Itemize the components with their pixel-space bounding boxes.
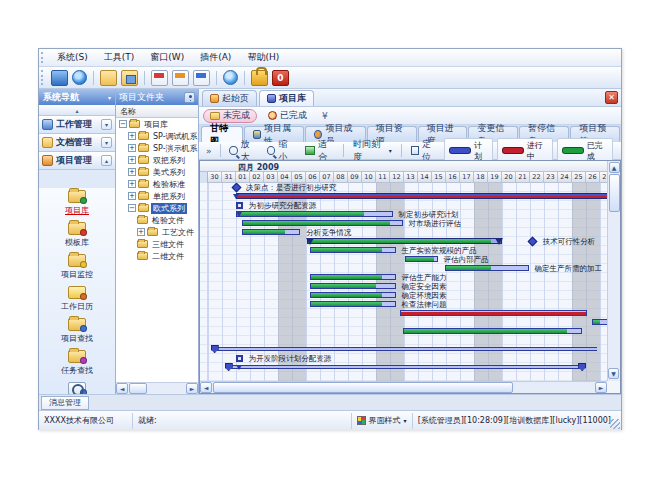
sidebar-group-项目管理[interactable]: 项目管理▴ — [39, 152, 115, 170]
report-blue-icon[interactable] — [193, 70, 210, 86]
scrollbar-thumb[interactable] — [129, 383, 147, 394]
menu-item-s[interactable]: 系统(S) — [49, 49, 96, 66]
lock-icon[interactable] — [251, 70, 268, 86]
monitor-icon[interactable] — [51, 70, 68, 86]
sidebar-group-工作管理[interactable]: 工作管理▾ — [39, 116, 115, 134]
gantt-toolbar-时间刻度-button[interactable]: 时间刻度▾ — [349, 143, 396, 158]
gantt-bar-确定环境因素[interactable] — [310, 292, 395, 298]
scrollbar-thumb[interactable] — [213, 382, 513, 393]
close-tab-button[interactable]: ✕ — [605, 91, 618, 104]
expand-icon[interactable]: + — [128, 180, 136, 188]
sidebar-collapse-strip[interactable]: ▴ — [39, 105, 115, 116]
chevron-icon[interactable]: ▾ — [101, 137, 112, 148]
filter-overflow[interactable]: ¥ — [318, 111, 332, 121]
tab-message-management[interactable]: 消息管理 — [41, 396, 89, 410]
menu-item-t[interactable]: 工具(T) — [96, 49, 143, 66]
globe-icon[interactable] — [72, 70, 87, 85]
collapse-icon[interactable]: − — [128, 204, 136, 212]
folder-window-icon[interactable] — [121, 70, 138, 86]
gantt-bar-确定安全因素[interactable] — [310, 283, 395, 289]
sidebar-item-模板库[interactable]: 模板库 — [39, 220, 115, 252]
tree-node-检验标准[interactable]: +检验标准 — [116, 178, 198, 190]
toolbar-overflow-chevron[interactable]: » — [203, 146, 215, 156]
sidebar-group-文档管理[interactable]: 文档管理▾ — [39, 134, 115, 152]
report-orange-icon[interactable] — [172, 70, 189, 86]
chevron-icon[interactable]: ▾ — [101, 119, 112, 130]
gantt-bar-技术可行性分析[interactable] — [307, 238, 502, 244]
gantt-toolbar-适合-button[interactable]: 适合 — [301, 143, 338, 158]
scroll-left-icon[interactable]: ◄ — [200, 382, 212, 393]
tree-node-工艺文件[interactable]: +工艺文件 — [116, 226, 198, 238]
tab-甘特图[interactable]: 甘特图 — [201, 126, 243, 142]
menu-item-w[interactable]: 窗口(W) — [142, 49, 192, 66]
sidebar-item-项目文档查找[interactable]: 项目文档查找 — [39, 380, 115, 394]
gantt-bar-制定初步研究计划[interactable] — [236, 211, 393, 217]
task-marker[interactable] — [236, 202, 243, 209]
ui-style-selector[interactable]: 界面样式 ▾ — [351, 413, 413, 429]
tree-node-双把系列[interactable]: +双把系列 — [116, 154, 198, 166]
gantt-bar-评估内部产品[interactable] — [405, 256, 437, 262]
gantt-toolbar-缩小-button[interactable]: 缩小 — [263, 143, 299, 158]
tab-项目库[interactable]: 项目库 — [259, 90, 314, 106]
collapse-icon[interactable]: − — [119, 120, 127, 128]
pin-icon[interactable] — [184, 92, 195, 103]
tree-node-SP-演示机系[interactable]: +SP-演示机系 — [116, 142, 198, 154]
scroll-up-icon[interactable]: ▲ — [609, 162, 620, 173]
tree-node-项目库[interactable]: −项目库 — [116, 118, 198, 130]
gantt-horizontal-scrollbar[interactable]: ◄ ► — [200, 381, 607, 393]
gantt-vertical-scrollbar[interactable]: ▲ ▼ — [607, 161, 620, 381]
chevron-down-icon[interactable]: ▾ — [108, 94, 111, 101]
tree-node-欧式系列[interactable]: −欧式系列 — [116, 202, 198, 214]
gantt-toolbar-定位-button[interactable]: 定位 — [407, 143, 443, 158]
expand-icon[interactable]: + — [128, 156, 136, 164]
scroll-down-icon[interactable]: ▼ — [608, 368, 619, 379]
resize-grip[interactable] — [610, 419, 620, 429]
tree-node-SP-调试机系[interactable]: +SP-调试机系 — [116, 130, 198, 142]
gantt-bar-redbar[interactable] — [400, 310, 588, 316]
tree-node-单把系列[interactable]: +单把系列 — [116, 190, 198, 202]
tree-node-二维文件[interactable]: 二维文件 — [116, 250, 198, 262]
sidebar-item-工作日历[interactable]: 工作日历 — [39, 284, 115, 316]
menu-item-h[interactable]: 帮助(H) — [239, 49, 287, 66]
filter-已完成[interactable]: 已完成 — [261, 109, 314, 123]
folder-icon[interactable] — [100, 70, 117, 86]
menu-item-a[interactable]: 插件(A) — [192, 49, 239, 66]
filter-未完成[interactable]: 未完成 — [203, 109, 257, 123]
gantt-bar-生产实验室规模的产品[interactable] — [310, 247, 395, 253]
scrollbar-thumb[interactable] — [609, 174, 620, 212]
expand-icon[interactable]: + — [128, 192, 136, 200]
gantt-bar-分析竞争情况[interactable] — [242, 229, 301, 235]
expand-icon[interactable]: + — [128, 132, 136, 140]
sidebar-item-任务查找[interactable]: 任务查找 — [39, 348, 115, 380]
report-red-icon[interactable] — [151, 70, 168, 86]
help-globe-icon[interactable] — [223, 70, 238, 85]
tree-node-美式系列[interactable]: +美式系列 — [116, 166, 198, 178]
chevron-icon[interactable]: ▴ — [101, 155, 112, 166]
sidebar-item-项目库[interactable]: 项目库 — [39, 188, 115, 220]
gantt-bar-检查法律问题[interactable] — [310, 301, 395, 307]
tree-horizontal-scrollbar[interactable]: ◄ ► — [116, 382, 198, 394]
tree-node-三维文件[interactable]: 三维文件 — [116, 238, 198, 250]
expand-icon[interactable]: + — [128, 144, 136, 152]
milestone-marker[interactable] — [527, 237, 537, 247]
milestone-marker[interactable] — [232, 183, 242, 192]
gantt-bar-line[interactable] — [228, 365, 584, 369]
gantt-bar-task[interactable] — [592, 319, 607, 325]
expand-icon[interactable]: + — [128, 168, 136, 176]
gantt-bar-task[interactable] — [403, 328, 582, 334]
tab-起始页[interactable]: 起始页 — [202, 90, 257, 106]
scroll-right-icon[interactable]: ► — [595, 382, 607, 393]
gantt-bar-对市场进行评估[interactable] — [242, 220, 403, 226]
sidebar-item-项目查找[interactable]: 项目查找 — [39, 316, 115, 348]
tree-column-header[interactable]: 名称 — [116, 105, 198, 118]
stop-icon[interactable]: 0 — [272, 70, 289, 86]
gantt-toolbar-放大-button[interactable]: 放大 — [225, 143, 261, 158]
task-marker[interactable] — [236, 355, 243, 362]
gantt-bar-redsummary[interactable] — [236, 193, 607, 199]
expand-icon[interactable]: + — [137, 228, 145, 236]
scroll-right-icon[interactable]: ► — [186, 383, 198, 394]
sidebar-item-项目监控[interactable]: 项目监控 — [39, 252, 115, 284]
gantt-bar-确定生产所需的加工[interactable] — [445, 265, 529, 271]
scroll-left-icon[interactable]: ◄ — [116, 383, 128, 394]
gantt-bar-评估生产能力[interactable] — [310, 274, 395, 280]
